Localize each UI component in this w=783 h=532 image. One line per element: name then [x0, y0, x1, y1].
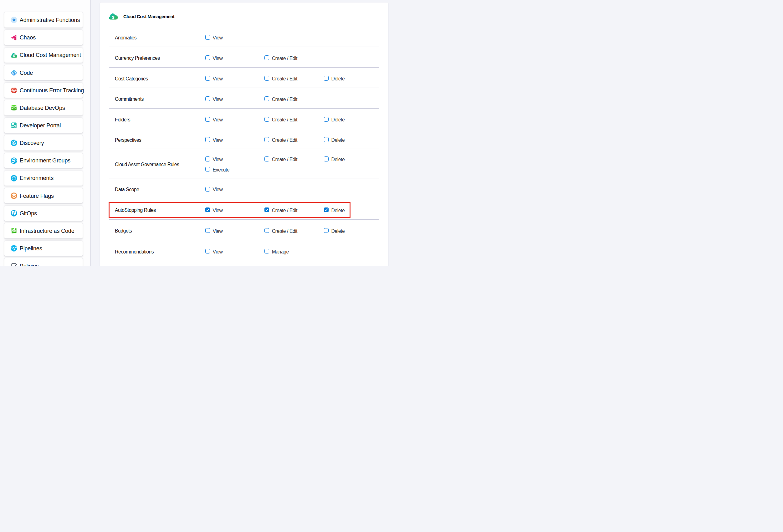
svg-text:$: $ — [112, 15, 115, 20]
svg-text:$: $ — [13, 54, 15, 58]
